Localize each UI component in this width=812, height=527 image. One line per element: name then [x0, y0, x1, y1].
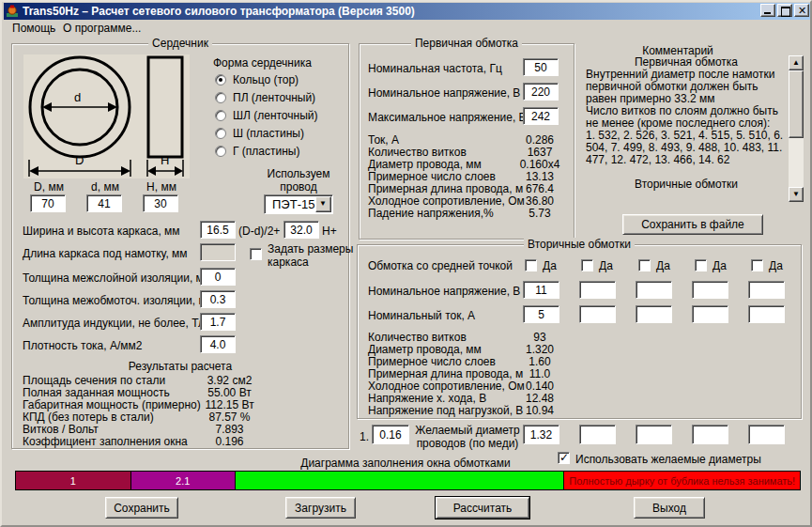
midpoint-yes-label[interactable]: Да — [712, 259, 727, 272]
desired-input-5[interactable] — [748, 425, 785, 444]
secondary-current-input-1[interactable] — [523, 305, 559, 323]
title-bar: Trans50Hz – Расчет сетевого силового тра… — [4, 3, 810, 20]
midpoint-checkbox-3[interactable] — [638, 259, 651, 271]
comment-paragraph: Число витков по слоям должно быть не мен… — [586, 105, 787, 130]
midpoint-yes-label[interactable]: Да — [769, 259, 783, 272]
result-label: Габаритная мощность (примерно) — [23, 398, 201, 411]
menu-item-about[interactable]: О программе... — [58, 21, 146, 35]
result-label: Примерное число слоев — [368, 170, 496, 183]
radio-pl[interactable] — [215, 92, 226, 103]
primary-group-title: Первичная обмотка — [411, 37, 522, 50]
radio-pl-label[interactable]: ПЛ (ленточный) — [233, 91, 315, 104]
frame-width-input[interactable] — [200, 221, 236, 239]
frequency-input[interactable] — [523, 58, 559, 76]
midpoint-checkbox-4[interactable] — [695, 259, 707, 271]
chevron-down-icon[interactable] — [315, 196, 331, 212]
secondary-current-input-5[interactable] — [748, 305, 785, 323]
wire-label: Используем провод — [255, 167, 342, 194]
app-icon[interactable] — [6, 5, 19, 18]
midpoint-checkbox-1[interactable] — [525, 259, 537, 271]
diagram-segment-free — [236, 472, 565, 489]
midpoint-checkbox-5[interactable] — [751, 259, 763, 271]
winding-insulation-input[interactable] — [200, 290, 236, 308]
dim-d-input[interactable] — [86, 194, 122, 212]
radio-shl-label[interactable]: ШЛ (ленточный) — [233, 109, 317, 122]
scroll-down-icon[interactable]: ▼ — [789, 187, 804, 202]
dim-H-input[interactable] — [143, 194, 178, 212]
desired-input-3[interactable] — [636, 425, 672, 444]
midpoint-yes-label[interactable]: Да — [656, 259, 670, 272]
result-label: Напряжение под нагрузкой, В — [368, 404, 523, 417]
result-label: Витков / Вольт — [23, 423, 99, 436]
secondary-current-input-3[interactable] — [636, 305, 672, 323]
midpoint-label: Обмотка со средней точкой — [368, 259, 513, 272]
result-value: 676.4 — [504, 182, 575, 195]
result-label: Коэффициент заполнения окна — [23, 435, 188, 448]
induction-input[interactable] — [200, 313, 236, 331]
frame-height-input[interactable] — [283, 221, 319, 239]
scrollbar-thumb[interactable] — [789, 70, 804, 138]
secondary-voltage-input-1[interactable] — [523, 281, 559, 299]
secondary-current-input-4[interactable] — [692, 305, 728, 323]
save-to-file-button[interactable]: Сохранить в файле — [622, 214, 763, 235]
nominal-voltage-input[interactable] — [523, 83, 559, 101]
desired-input-1[interactable] — [523, 425, 559, 444]
current-density-input[interactable] — [200, 335, 236, 353]
result-value: 0.140 — [504, 380, 575, 393]
comment-text-area[interactable]: Первичная обмотка Внутренний диаметр пос… — [586, 56, 787, 203]
close-button[interactable] — [794, 4, 809, 17]
radio-toroid-label[interactable]: Кольцо (тор) — [233, 73, 299, 86]
comment-scrollbar[interactable]: ▲ ▼ — [789, 55, 804, 202]
shape-group-title: Форма сердечника — [213, 56, 312, 70]
radio-toroid[interactable] — [215, 74, 226, 85]
result-value: 0.196 — [185, 435, 274, 448]
result-value: 1637 — [504, 146, 575, 159]
nominal-voltage-label: Номинальное напряжение, В — [368, 86, 520, 100]
secondary-voltage-input-3[interactable] — [636, 281, 672, 299]
desired-input-2[interactable] — [579, 425, 616, 444]
desired-input-4[interactable] — [692, 425, 728, 444]
minimize-button[interactable] — [760, 4, 775, 17]
comment-paragraph: 1. 532, 2. 526, 3. 521, 4. 515, 5. 510, … — [586, 130, 787, 166]
desired-lead-input[interactable] — [372, 425, 409, 444]
load-button[interactable]: Загрузить — [285, 497, 356, 519]
set-frame-checkbox-label[interactable]: Задать размеры каркаса — [268, 242, 361, 269]
midpoint-yes-label[interactable]: Да — [599, 259, 613, 272]
inner-diameter-label: d — [74, 90, 81, 104]
result-value: 13.13 — [504, 170, 575, 183]
result-value: 112.15 Вт — [185, 398, 274, 411]
result-label: Падение напряжения,% — [368, 207, 494, 220]
result-label: КПД (без потерь в стали) — [23, 411, 154, 424]
radio-g[interactable] — [215, 146, 226, 157]
radio-sh-label[interactable]: Ш (пластины) — [233, 127, 304, 140]
minimize-icon — [761, 5, 774, 16]
desired-diameter-label: Желаемый диаметр проводов (по меди) — [415, 424, 520, 450]
exit-button[interactable]: Выход — [634, 497, 705, 519]
secondary-voltage-input-5[interactable] — [748, 281, 785, 299]
scroll-up-icon[interactable]: ▲ — [789, 55, 804, 70]
use-desired-checkbox-label[interactable]: Использовать желаемые диаметры — [575, 453, 761, 466]
wire-combobox[interactable]: ПЭТ-155 — [264, 194, 333, 214]
secondary-current-label: Номинальный ток, А — [368, 309, 475, 322]
radio-shl[interactable] — [215, 110, 226, 121]
save-button[interactable]: Сохранить — [105, 497, 178, 519]
result-label: Примерное число слоев — [368, 355, 496, 368]
midpoint-yes-label[interactable]: Да — [543, 259, 557, 272]
secondary-current-input-2[interactable] — [579, 305, 616, 323]
menu-item-help[interactable]: Помощь — [8, 21, 60, 35]
window-title: Trans50Hz – Расчет сетевого силового тра… — [23, 5, 415, 18]
calculate-button[interactable]: Рассчитать — [436, 497, 529, 519]
set-frame-checkbox[interactable] — [250, 248, 262, 260]
midpoint-checkbox-2[interactable] — [581, 259, 593, 271]
max-voltage-input[interactable] — [523, 107, 559, 125]
dim-D-input[interactable] — [30, 194, 66, 212]
secondary-voltage-input-2[interactable] — [579, 281, 616, 299]
maximize-button[interactable] — [777, 4, 792, 17]
max-voltage-label: Максимальное напряжение, В — [368, 111, 527, 124]
frame-length-label: Длина каркаса под намотку, мм — [23, 247, 188, 260]
radio-g-label[interactable]: Г (пластины) — [233, 145, 299, 158]
secondary-voltage-input-4[interactable] — [692, 281, 728, 299]
radio-sh[interactable] — [215, 128, 226, 139]
comment-paragraph: Вторичные обмотки — [586, 178, 787, 191]
layer-insulation-input[interactable] — [200, 268, 236, 286]
